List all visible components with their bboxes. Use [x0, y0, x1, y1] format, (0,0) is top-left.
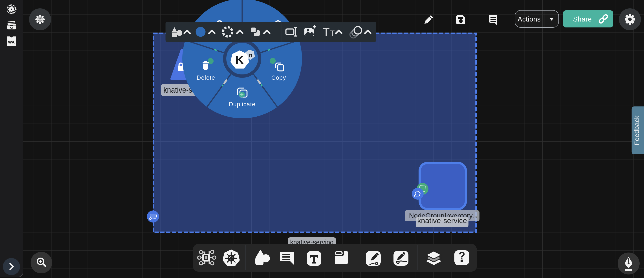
svg-text:K: K — [235, 53, 244, 66]
svg-text:WA: WA — [8, 40, 15, 44]
svg-text:Share: Share — [573, 15, 592, 23]
svg-text:n: n — [249, 52, 253, 58]
svg-text:Feedback: Feedback — [633, 115, 640, 145]
svg-text:knative-service: knative-service — [417, 217, 467, 225]
svg-text:Duplicate: Duplicate — [229, 101, 256, 108]
svg-text:T: T — [323, 25, 330, 38]
svg-text:Copy: Copy — [271, 74, 286, 81]
svg-text:Delete: Delete — [197, 74, 215, 81]
svg-text:Actions: Actions — [518, 15, 541, 23]
svg-text:T: T — [330, 29, 334, 37]
